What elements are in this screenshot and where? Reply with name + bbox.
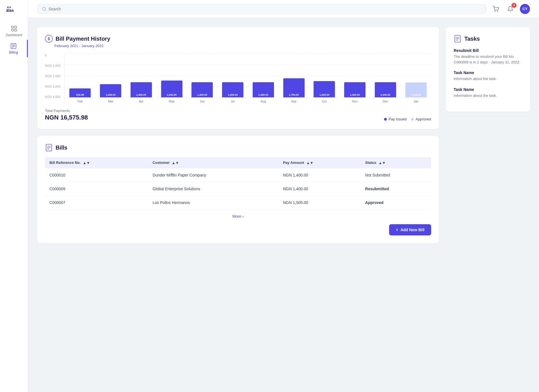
- table-row[interactable]: C000007Los Pollos HermanosNGN 1,505.00Ap…: [45, 196, 431, 210]
- sort-amount-icon[interactable]: ▲▼: [306, 161, 314, 165]
- legend-pay-issued: Pay Issued: [384, 117, 406, 121]
- col-header-customer[interactable]: Customer ▲▼: [148, 157, 278, 168]
- total-label: Total Payments: [45, 109, 88, 113]
- cell-amount-0: NGN 1,400.00: [278, 168, 361, 182]
- cell-customer-0: Dunder Mifflin Paper Company: [148, 168, 278, 182]
- bar-value-dec: 1,400.00: [380, 93, 390, 96]
- bar-label-aug: Aug: [261, 98, 266, 104]
- cell-customer-1: Global Enterprise Solutions: [148, 182, 278, 196]
- bar-col-oct: 1,505.00Oct: [309, 54, 340, 104]
- bar-label-may: May: [169, 98, 175, 104]
- bar-feb: 816.98: [69, 88, 91, 97]
- cart-button[interactable]: [491, 4, 501, 14]
- left-column: $ Bill Payment History February 2021 - J…: [37, 27, 439, 383]
- search-bar[interactable]: [37, 4, 486, 14]
- bar-col-may: 1,540.00May: [156, 54, 187, 104]
- add-new-bill-button[interactable]: + Add New Bill: [389, 224, 431, 235]
- bar-col-sep: 1,750.00Sep: [278, 54, 309, 104]
- more-link[interactable]: More ›: [45, 214, 431, 219]
- notification-badge: 9: [511, 3, 517, 8]
- y-axis: NGN 4,000 NGN 3,000 NGN 2,000 NGN 1,000 …: [45, 54, 65, 98]
- bar-nov: 1,400.00: [344, 82, 366, 97]
- bills-title: Bills: [56, 145, 67, 151]
- legend-label-pay-issued: Pay Issued: [389, 117, 406, 121]
- bar-apr: 1,400.00: [131, 82, 152, 97]
- bar-col-jun: 1,400.00Jun: [187, 54, 218, 104]
- bar-col-dec: 1,400.00Dec: [370, 54, 401, 104]
- bar-col-nov: 1,400.00Nov: [340, 54, 370, 104]
- svg-point-11: [42, 7, 45, 10]
- notifications-button[interactable]: 9: [505, 4, 515, 14]
- legend-dot-approved: [411, 118, 414, 121]
- bar-value-jun: 1,400.00: [197, 93, 207, 96]
- bar-value-jul: 1,400.00: [228, 93, 238, 96]
- legend-approved: Approved: [411, 117, 431, 121]
- svg-rect-3: [12, 26, 13, 28]
- svg-rect-5: [12, 29, 13, 31]
- avatar[interactable]: CY: [520, 4, 530, 14]
- svg-rect-4: [15, 26, 17, 28]
- cell-status-2: Approved: [361, 196, 431, 210]
- bar-may: 1,540.00: [161, 81, 182, 97]
- bar-dec: 1,400.00: [375, 82, 396, 97]
- y-label-2000: NGN 2,000: [45, 74, 65, 78]
- task-item-2: Task NameInformation about the task.: [454, 87, 522, 98]
- cell-customer-2: Los Pollos Hermanos: [148, 196, 278, 210]
- bar-label-nov: Nov: [352, 98, 358, 104]
- chart-title: Bill Payment History: [56, 36, 110, 42]
- bar-mar: 1,200.00: [100, 84, 121, 97]
- sidebar-item-dashboard[interactable]: Dashboard: [0, 22, 28, 40]
- sort-ref-icon[interactable]: ▲▼: [83, 161, 90, 165]
- chart-subtitle: February 2021 - January 2022: [54, 44, 431, 48]
- y-label-1000: NGN 1,000: [45, 64, 65, 67]
- col-customer-label: Customer: [153, 161, 170, 165]
- app-logo: älas: [3, 6, 25, 13]
- bar-value-sep: 1,750.00: [289, 93, 299, 96]
- bar-label-sep: Sep: [291, 98, 297, 104]
- header-actions: 9 CY: [491, 4, 530, 14]
- bar-col-mar: 1,200.00Mar: [95, 54, 126, 104]
- bar-label-jan: Jan: [414, 98, 419, 104]
- bar-value-apr: 1,400.00: [136, 93, 146, 96]
- bar-jun: 1,400.00: [191, 82, 213, 97]
- tasks-title: Tasks: [464, 36, 480, 42]
- y-label-0: 0: [45, 54, 65, 57]
- chart-header: $ Bill Payment History: [45, 35, 431, 43]
- search-icon: [42, 7, 46, 11]
- sort-customer-icon[interactable]: ▲▼: [172, 161, 179, 165]
- bar-label-jul: Jul: [231, 98, 235, 104]
- tasks-list: Resubmit BillThe deadline to resubmit yo…: [454, 48, 522, 98]
- legend-dot-pay-issued: [384, 118, 387, 121]
- cell-amount-2: NGN 1,505.00: [278, 196, 361, 210]
- bills-header: Bills: [45, 144, 431, 152]
- search-input[interactable]: [49, 7, 481, 11]
- bar-value-jan: 1,364.00: [411, 93, 421, 96]
- cell-status-0: Not Submitted: [361, 168, 431, 182]
- more-chevron-icon: ›: [243, 214, 244, 219]
- table-row[interactable]: C000010Dunder Mifflin Paper CompanyNGN 1…: [45, 168, 431, 182]
- bills-card: Bills Bill Reference No. ▲▼ Customer ▲▼: [37, 136, 439, 243]
- bar-col-jan: 1,364.00Jan: [401, 54, 431, 104]
- sort-status-icon[interactable]: ▲▼: [378, 161, 386, 165]
- bar-label-jun: Jun: [200, 98, 205, 104]
- bills-footer: + Add New Bill: [45, 219, 431, 235]
- right-column: Tasks Resubmit BillThe deadline to resub…: [446, 27, 530, 383]
- table-row[interactable]: C000009Global Enterprise SolutionsNGN 1,…: [45, 182, 431, 196]
- sidebar-item-billing[interactable]: Billing: [0, 40, 28, 57]
- task-item-1: Task NameInformation about the task.: [454, 70, 522, 82]
- bar-label-mar: Mar: [108, 98, 113, 104]
- bar-col-feb: 816.98Feb: [65, 54, 95, 104]
- col-header-status[interactable]: Status ▲▼: [361, 157, 431, 168]
- col-header-amount[interactable]: Pay Amount ▲▼: [278, 157, 361, 168]
- col-ref-label: Bill Reference No.: [49, 161, 81, 165]
- tasks-card: Tasks Resubmit BillThe deadline to resub…: [446, 27, 530, 112]
- bar-value-nov: 1,400.00: [350, 93, 360, 96]
- bar-col-apr: 1,400.00Apr: [126, 54, 157, 104]
- total-payments: Total Payments NGN 16,575.98: [45, 109, 88, 121]
- bills-table-header-row: Bill Reference No. ▲▼ Customer ▲▼ Pay Am…: [45, 157, 431, 168]
- content: $ Bill Payment History February 2021 - J…: [28, 18, 539, 392]
- cell-status-1: Resubmitted: [361, 182, 431, 196]
- bar-label-feb: Feb: [77, 98, 83, 104]
- chart-legend: Pay Issued Approved: [384, 117, 431, 121]
- col-header-ref[interactable]: Bill Reference No. ▲▼: [45, 157, 148, 168]
